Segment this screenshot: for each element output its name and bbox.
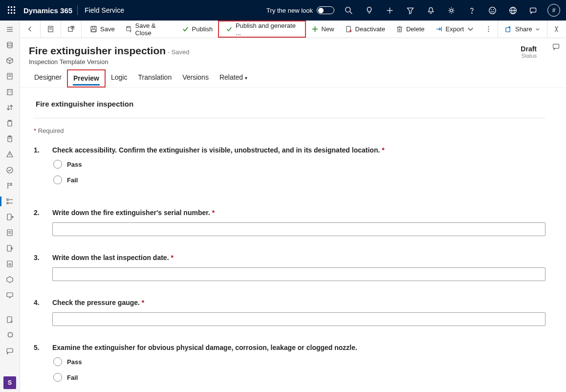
save-close-button[interactable]: Save & Close bbox=[120, 21, 176, 38]
rail-item-warning-icon[interactable] bbox=[0, 147, 20, 162]
share-button[interactable]: Share bbox=[498, 25, 547, 33]
svg-rect-45 bbox=[7, 199, 8, 200]
gear-icon[interactable] bbox=[441, 0, 461, 21]
rail-item-monitor-icon[interactable] bbox=[0, 287, 20, 303]
rail-item-sort-icon[interactable] bbox=[0, 100, 20, 115]
plus-icon[interactable] bbox=[379, 0, 400, 21]
lightbulb-icon[interactable] bbox=[359, 0, 379, 21]
rail-item-comment-icon[interactable] bbox=[0, 343, 20, 359]
rail-item-puzzle-icon[interactable] bbox=[0, 327, 20, 343]
new-button[interactable]: New bbox=[306, 21, 340, 38]
question-body: Write down the last inspection date. * bbox=[52, 254, 545, 281]
copilot-button[interactable] bbox=[547, 21, 566, 38]
status-block[interactable]: Draft Status bbox=[521, 45, 537, 59]
share-label: Share bbox=[515, 25, 532, 33]
app-tile[interactable]: S bbox=[3, 376, 16, 389]
app-launcher-icon[interactable] bbox=[2, 0, 22, 21]
radio-option[interactable]: Pass bbox=[52, 357, 545, 366]
rail-item-stack-icon[interactable] bbox=[0, 37, 20, 53]
question-text: Examine the extinguisher for obvious phy… bbox=[52, 344, 545, 351]
rail-item-page-in-icon[interactable] bbox=[0, 240, 20, 256]
publish-label: Publish bbox=[192, 25, 213, 33]
rail-item-list-icon[interactable] bbox=[0, 194, 20, 209]
page-subtitle: Inspection Template Version bbox=[29, 58, 190, 65]
tab-bar: Designer Preview Logic Translation Versi… bbox=[20, 69, 566, 87]
globe-icon[interactable] bbox=[502, 0, 523, 21]
export-label: Export bbox=[446, 25, 464, 33]
hamburger-icon[interactable] bbox=[0, 22, 20, 37]
svg-rect-69 bbox=[127, 26, 129, 28]
delete-button[interactable]: Delete bbox=[391, 21, 430, 38]
back-button[interactable] bbox=[21, 21, 39, 38]
rail-item-clipboard-icon[interactable] bbox=[0, 115, 20, 131]
tab-preview[interactable]: Preview bbox=[67, 69, 106, 87]
deactivate-button[interactable]: Deactivate bbox=[340, 21, 391, 38]
svg-rect-7 bbox=[11, 12, 12, 14]
radio-option[interactable]: Fail bbox=[52, 373, 545, 382]
app-area[interactable]: Field Service bbox=[78, 6, 131, 14]
question-body: Write down the fire extinguisher's seria… bbox=[52, 209, 545, 236]
tab-designer[interactable]: Designer bbox=[29, 69, 67, 87]
question-number: 5. bbox=[34, 344, 41, 389]
rail-item-flag-icon[interactable] bbox=[0, 178, 20, 194]
svg-rect-83 bbox=[506, 28, 510, 32]
required-asterisk: * bbox=[382, 146, 384, 154]
radio-icon[interactable] bbox=[53, 175, 62, 184]
emoji-icon[interactable] bbox=[482, 0, 502, 21]
svg-rect-54 bbox=[7, 261, 12, 267]
rail-item-clipboard2-icon[interactable] bbox=[0, 131, 20, 147]
rail-item-building-icon[interactable] bbox=[0, 84, 20, 100]
chat-icon[interactable] bbox=[523, 0, 544, 21]
required-asterisk: * bbox=[171, 254, 173, 261]
export-button[interactable]: Export bbox=[430, 21, 480, 38]
help-icon[interactable] bbox=[461, 0, 482, 21]
tab-translation[interactable]: Translation bbox=[132, 69, 177, 87]
question-number: 2. bbox=[34, 209, 41, 236]
text-input[interactable] bbox=[52, 222, 545, 236]
radio-icon[interactable] bbox=[53, 373, 62, 382]
publish-generate-label: Publish and generate ... bbox=[236, 22, 298, 37]
rail-item-lockdoc-icon[interactable] bbox=[0, 256, 20, 272]
overflow-button[interactable] bbox=[479, 21, 498, 38]
popout-button[interactable] bbox=[62, 21, 80, 38]
tab-logic[interactable]: Logic bbox=[106, 69, 132, 87]
radio-option[interactable]: Pass bbox=[52, 160, 545, 169]
tab-versions[interactable]: Versions bbox=[177, 69, 214, 87]
question: 1.Check accessibility. Confirm the extin… bbox=[34, 146, 545, 191]
save-close-label: Save & Close bbox=[135, 22, 171, 37]
right-rail bbox=[546, 38, 566, 55]
toggle-icon[interactable] bbox=[317, 6, 334, 14]
rail-item-box-icon[interactable] bbox=[0, 53, 20, 68]
svg-rect-64 bbox=[68, 27, 72, 31]
text-input[interactable] bbox=[52, 312, 545, 326]
rail-item-check-circle-icon[interactable] bbox=[0, 162, 20, 178]
rail-item-package-icon[interactable] bbox=[0, 272, 20, 287]
bell-icon[interactable] bbox=[420, 0, 441, 21]
rail-item-page-minus-icon[interactable] bbox=[0, 312, 20, 327]
search-icon[interactable] bbox=[338, 0, 359, 21]
app-title[interactable]: Dynamics 365 bbox=[22, 6, 77, 15]
status-value: Draft bbox=[521, 45, 537, 53]
save-button[interactable]: Save bbox=[85, 21, 120, 38]
radio-icon[interactable] bbox=[53, 160, 62, 169]
rail-item-doc-icon[interactable] bbox=[0, 68, 20, 84]
teams-chat-icon[interactable] bbox=[546, 38, 566, 55]
try-new-look-toggle[interactable]: Try the new look bbox=[266, 6, 334, 14]
filter-icon[interactable] bbox=[400, 0, 420, 21]
text-input[interactable] bbox=[52, 267, 545, 281]
rail-item-page-icon[interactable] bbox=[0, 225, 20, 240]
rail-item-page-out-icon[interactable] bbox=[0, 209, 20, 225]
form-view-button[interactable] bbox=[42, 21, 60, 38]
question-body: Examine the extinguisher for obvious phy… bbox=[52, 344, 545, 389]
radio-label: Pass bbox=[67, 161, 82, 168]
radio-icon[interactable] bbox=[53, 357, 62, 366]
user-avatar[interactable]: # bbox=[544, 0, 564, 21]
tab-related-label: Related bbox=[219, 73, 243, 81]
publish-button[interactable]: Publish bbox=[176, 21, 218, 38]
publish-generate-button[interactable]: Publish and generate ... bbox=[218, 21, 305, 38]
question: 5.Examine the extinguisher for obvious p… bbox=[34, 344, 545, 389]
svg-rect-56 bbox=[7, 293, 13, 297]
tab-related[interactable]: Related▾ bbox=[214, 69, 253, 87]
radio-option[interactable]: Fail bbox=[52, 175, 545, 184]
question-text: Write down the last inspection date. * bbox=[52, 254, 545, 261]
